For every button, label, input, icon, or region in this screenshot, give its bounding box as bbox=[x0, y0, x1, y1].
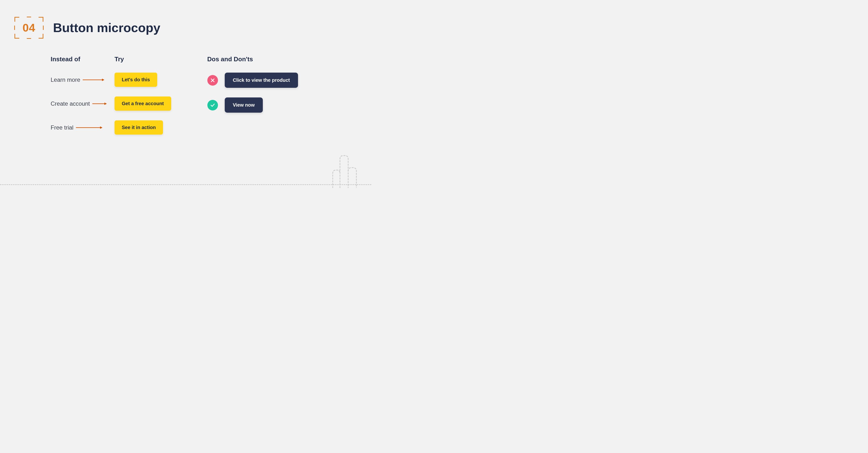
slide-number: 04 bbox=[23, 21, 35, 34]
svg-marker-3 bbox=[104, 102, 107, 105]
tick-decoration bbox=[14, 26, 15, 30]
slide: 04 Button microcopy Instead of Try Learn… bbox=[0, 0, 371, 194]
svg-marker-1 bbox=[102, 79, 104, 81]
dos-donts-block: Dos and Don'ts Click to view the product… bbox=[207, 56, 298, 144]
content-area: Instead of Try Learn more Let's do this … bbox=[51, 56, 357, 144]
try-button: See it in action bbox=[115, 120, 163, 134]
cactus-decoration bbox=[318, 154, 362, 189]
corner-decoration bbox=[14, 34, 19, 39]
instead-text: Learn more bbox=[51, 77, 80, 83]
corner-decoration bbox=[38, 17, 43, 22]
instead-text: Create account bbox=[51, 100, 90, 107]
cross-icon bbox=[207, 75, 218, 86]
try-button: Get a free account bbox=[115, 96, 171, 111]
slide-number-frame: 04 bbox=[14, 17, 43, 39]
tick-decoration bbox=[43, 26, 44, 30]
do-button-example: View now bbox=[225, 97, 263, 113]
arrow-icon bbox=[92, 102, 107, 105]
column-header-try: Try bbox=[115, 56, 124, 63]
comparison-row: Learn more Let's do this bbox=[51, 72, 171, 87]
dashed-baseline-decoration bbox=[0, 184, 371, 185]
slide-title: Button microcopy bbox=[53, 21, 160, 35]
corner-decoration bbox=[38, 34, 43, 39]
comparison-row: Free trial See it in action bbox=[51, 120, 171, 134]
column-headers: Instead of Try bbox=[51, 56, 171, 63]
try-button: Let's do this bbox=[115, 72, 157, 87]
dont-row: Click to view the product bbox=[207, 72, 298, 88]
comparison-row: Create account Get a free account bbox=[51, 96, 171, 111]
dont-button-example: Click to view the product bbox=[225, 72, 298, 88]
comparison-block: Instead of Try Learn more Let's do this … bbox=[51, 56, 171, 144]
do-row: View now bbox=[207, 97, 298, 113]
tick-decoration bbox=[27, 17, 31, 18]
corner-decoration bbox=[14, 17, 19, 22]
tick-decoration bbox=[27, 38, 31, 39]
arrow-icon bbox=[76, 126, 102, 129]
column-header-instead: Instead of bbox=[51, 56, 115, 63]
instead-text: Free trial bbox=[51, 124, 73, 131]
arrow-icon bbox=[83, 78, 104, 82]
slide-header: 04 Button microcopy bbox=[14, 17, 160, 39]
check-icon bbox=[207, 100, 218, 111]
dos-donts-heading: Dos and Don'ts bbox=[207, 56, 298, 63]
svg-marker-5 bbox=[100, 126, 102, 129]
